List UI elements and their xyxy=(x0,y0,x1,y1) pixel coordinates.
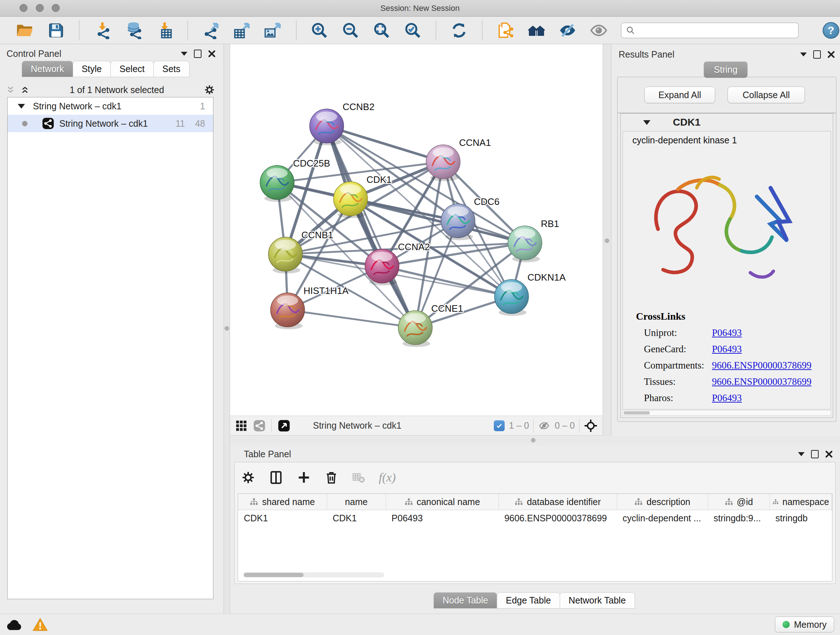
tab-node-table[interactable]: Node Table xyxy=(433,592,497,608)
help-button[interactable]: ? xyxy=(823,22,839,39)
tab-select[interactable]: Select xyxy=(111,61,153,77)
graph-node-CCNB1[interactable] xyxy=(268,237,302,273)
network-collection-row[interactable]: String Network – cdk1 1 xyxy=(8,97,213,115)
open-folder-button[interactable] xyxy=(16,21,34,40)
crosslink-link[interactable]: 9606.ENSP00000378699 xyxy=(712,360,812,371)
column-header-namespace[interactable]: namespace xyxy=(769,494,832,510)
results-panel-float-icon[interactable] xyxy=(813,50,821,59)
crosslink-link[interactable]: P06493 xyxy=(712,393,742,404)
column-header-@id[interactable]: @id xyxy=(707,494,769,510)
export-table-button[interactable] xyxy=(233,21,251,40)
zoom-fit-button[interactable] xyxy=(373,21,391,40)
zoom-selected-button[interactable] xyxy=(404,21,422,40)
hide-results-button[interactable] xyxy=(559,21,576,40)
grid-view-icon[interactable] xyxy=(235,420,248,432)
graph-edge[interactable] xyxy=(382,266,512,296)
graph-node-CDC25B[interactable] xyxy=(260,165,294,202)
gene-scrollbar[interactable] xyxy=(622,410,831,416)
export-network-button[interactable] xyxy=(202,21,220,40)
node-table[interactable]: shared namenamecanonical namedatabase id… xyxy=(238,494,832,526)
table-panel-menu-icon[interactable] xyxy=(798,452,805,456)
graph-edge[interactable] xyxy=(327,126,443,162)
zoom-out-button[interactable] xyxy=(341,21,360,40)
table-cell[interactable]: 9606.ENSP00000378699 xyxy=(499,510,617,526)
clone-network-button[interactable] xyxy=(496,21,515,40)
import-network-button[interactable] xyxy=(93,21,111,40)
tab-edge-table[interactable]: Edge Table xyxy=(497,592,560,608)
network-view-share-icon[interactable] xyxy=(253,420,265,432)
graph-edge[interactable] xyxy=(287,310,415,328)
table-row[interactable]: CDK1CDK1P064939606.ENSP00000378699cyclin… xyxy=(238,510,832,526)
table-settings-gear-icon[interactable] xyxy=(241,470,255,485)
panel-float-icon[interactable] xyxy=(194,50,202,58)
panel-close-icon[interactable] xyxy=(208,50,216,57)
graph-node-CDKN1A[interactable] xyxy=(494,279,529,316)
table-cell[interactable]: CDK1 xyxy=(327,510,386,526)
left-splitter[interactable] xyxy=(224,44,230,614)
collection-expand-icon[interactable] xyxy=(18,104,25,109)
results-panel-menu-icon[interactable] xyxy=(800,52,807,57)
table-panel-float-icon[interactable] xyxy=(811,450,819,458)
panel-menu-icon[interactable] xyxy=(181,52,187,56)
graph-node-RB1[interactable] xyxy=(508,226,542,262)
selected-indicator-checkbox[interactable] xyxy=(494,420,505,431)
tab-sets[interactable]: Sets xyxy=(153,61,189,77)
graph-edge[interactable] xyxy=(327,126,415,328)
network-options-gear-icon[interactable] xyxy=(204,84,215,95)
save-button[interactable] xyxy=(47,21,65,40)
gene-collapse-icon[interactable] xyxy=(643,120,651,125)
expand-all-icon[interactable] xyxy=(20,85,30,95)
tab-network-table[interactable]: Network Table xyxy=(560,592,635,608)
show-eye-button[interactable] xyxy=(590,21,608,40)
graph-node-CCNA1[interactable] xyxy=(426,145,460,181)
birds-eye-crosshair-icon[interactable] xyxy=(584,419,598,432)
graph-node-CCNE1[interactable] xyxy=(398,310,432,347)
tab-style[interactable]: Style xyxy=(73,61,111,77)
graph-node-CDC6[interactable] xyxy=(441,204,475,240)
table-cell[interactable]: cyclin-dependent ... xyxy=(617,510,707,526)
table-cell[interactable]: P06493 xyxy=(386,510,499,526)
zoom-in-button[interactable] xyxy=(310,21,328,40)
column-header-canonical-name[interactable]: canonical name xyxy=(386,494,499,510)
export-image-button[interactable] xyxy=(264,21,282,40)
refresh-button[interactable] xyxy=(450,21,468,40)
table-cell[interactable]: CDK1 xyxy=(238,510,327,526)
network-canvas[interactable]: CCNB2CCNA1CDC25BCDK1CDC6RB1CCNB1CCNA2CDK… xyxy=(230,44,603,416)
tab-network[interactable]: Network xyxy=(22,61,73,77)
search-box[interactable] xyxy=(621,22,799,38)
memory-button[interactable]: Memory xyxy=(775,616,834,632)
cloud-status-icon[interactable] xyxy=(6,618,22,631)
warning-icon[interactable] xyxy=(33,617,48,632)
right-splitter[interactable] xyxy=(603,44,611,436)
search-input[interactable] xyxy=(639,25,794,36)
column-header-description[interactable]: description xyxy=(617,494,707,510)
expand-all-button[interactable]: Expand All xyxy=(644,87,715,103)
horizontal-splitter-handle[interactable] xyxy=(531,438,535,442)
column-header-name[interactable]: name xyxy=(327,494,386,510)
results-panel-close-icon[interactable] xyxy=(827,51,835,58)
column-header-database-identifier[interactable]: database identifier xyxy=(499,494,617,510)
delete-column-trash-icon[interactable] xyxy=(325,470,338,485)
collapse-all-icon[interactable] xyxy=(6,85,15,95)
import-table-button[interactable] xyxy=(156,21,174,40)
table-cell[interactable]: stringdb xyxy=(769,510,832,526)
graph-node-HIST1H1A[interactable] xyxy=(271,293,305,329)
horizontal-splitter[interactable] xyxy=(230,436,840,445)
crosslink-link[interactable]: P06493 xyxy=(712,344,742,355)
right-splitter-handle[interactable] xyxy=(605,239,609,243)
import-database-button[interactable] xyxy=(125,21,142,40)
show-columns-icon[interactable] xyxy=(269,470,283,485)
crosslink-link[interactable]: 9606.ENSP00000378699 xyxy=(712,376,812,387)
network-graph[interactable]: CCNB2CCNA1CDC25BCDK1CDC6RB1CCNB1CCNA2CDK… xyxy=(230,44,603,416)
table-hscrollbar[interactable] xyxy=(243,572,384,578)
collapse-all-button[interactable]: Collapse All xyxy=(728,87,805,103)
crosslink-link[interactable]: P06493 xyxy=(712,327,742,339)
network-row[interactable]: String Network – cdk1 11 48 xyxy=(8,115,213,132)
open-in-window-icon[interactable] xyxy=(278,419,291,432)
add-column-plus-icon[interactable] xyxy=(297,470,311,485)
table-panel-close-icon[interactable] xyxy=(825,450,833,458)
table-cell[interactable]: stringdb:9... xyxy=(707,510,769,526)
graph-node-CDK1[interactable] xyxy=(333,182,368,218)
left-splitter-handle[interactable] xyxy=(225,326,229,331)
results-tab-string[interactable]: String xyxy=(704,62,747,78)
